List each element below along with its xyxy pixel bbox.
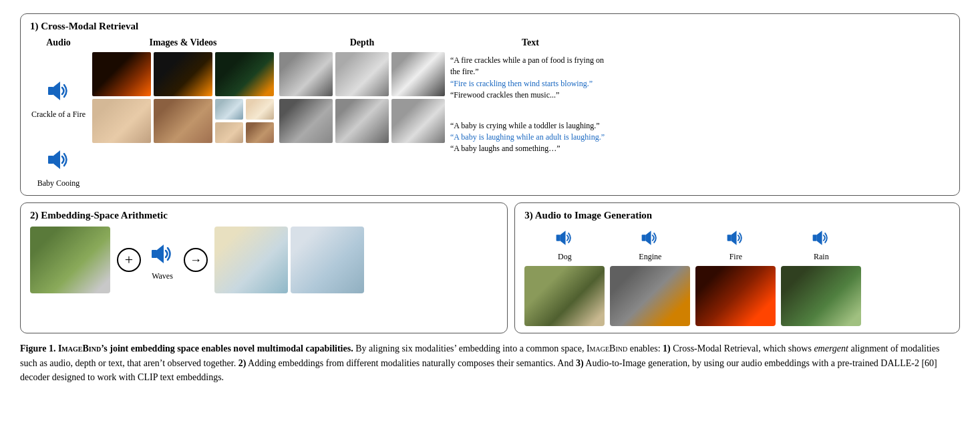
fire-image-3 xyxy=(215,52,274,96)
arrow-symbol: → xyxy=(184,248,208,272)
caption-item3-bold: 3) xyxy=(576,358,584,368)
plus-symbol: + xyxy=(117,248,141,272)
baby-image-1 xyxy=(92,99,151,143)
panel3-title: 3) Audio to Image Generation xyxy=(524,210,950,221)
baby-image-5 xyxy=(215,122,243,143)
depth-baby-2 xyxy=(335,99,389,143)
svg-marker-9 xyxy=(646,231,651,245)
caption-emergent: emergent xyxy=(814,343,848,353)
panel-audio-gen: 3) Audio to Image Generation Dog xyxy=(514,202,960,333)
gen-item-dog: Dog xyxy=(524,227,605,326)
depth-grid xyxy=(279,52,445,143)
svg-rect-4 xyxy=(152,250,157,258)
audio-label-fire: Crackle of a Fire xyxy=(31,110,86,120)
gen-image-engine xyxy=(610,266,690,326)
gen-image-rain xyxy=(781,266,861,326)
panel1-inner: Audio Crackle of a Fire xyxy=(30,37,950,188)
svg-rect-12 xyxy=(813,235,817,241)
gen-item-engine: Engine xyxy=(610,227,690,326)
speaker-icon-engine xyxy=(639,227,661,249)
svg-marker-13 xyxy=(817,231,822,245)
result-image-2 xyxy=(291,227,364,293)
svg-rect-10 xyxy=(727,235,731,241)
imagebind-smallcaps-2: ImageBind xyxy=(587,343,627,353)
baby-image-4 xyxy=(246,99,274,120)
fire-image-2 xyxy=(154,52,212,96)
gen-image-fire xyxy=(695,266,776,326)
gen-image-dog xyxy=(524,266,605,326)
main-container: 1) Cross-Modal Retrieval Audio xyxy=(20,13,960,385)
text-fire-2-blue: “Fire is crackling then wind starts blow… xyxy=(450,79,593,88)
svg-marker-3 xyxy=(53,150,60,169)
text-fire-3: “Firewood crackles then music...” xyxy=(450,90,559,100)
text-column: Text “A fire crackles while a pan of foo… xyxy=(450,37,611,155)
depth-fire-3 xyxy=(391,52,445,96)
svg-marker-5 xyxy=(157,245,164,263)
bottom-section: 2) Embedding-Space Arithmetic + Waves xyxy=(20,202,960,333)
baby-image-6 xyxy=(246,122,274,143)
text-header: Text xyxy=(450,37,611,48)
waves-label: Waves xyxy=(152,271,173,281)
baby-images-row xyxy=(92,99,274,143)
baby-small-row2 xyxy=(215,122,274,143)
svg-rect-0 xyxy=(48,87,53,95)
audio-items: Crackle of a Fire Baby Cooing xyxy=(31,57,86,188)
baby-depth-row xyxy=(279,99,445,143)
gen-label-dog: Dog xyxy=(558,252,572,262)
audio-item-fire: Crackle of a Fire xyxy=(31,76,86,120)
speaker-icon-baby xyxy=(44,145,73,174)
text-baby-3: “A baby laughs and something…” xyxy=(450,144,560,153)
gen-label-fire: Fire xyxy=(729,252,742,262)
depth-baby-1 xyxy=(279,99,333,143)
fire-depth-row xyxy=(279,52,445,96)
svg-rect-2 xyxy=(48,156,53,164)
panel-cross-modal: 1) Cross-Modal Retrieval Audio xyxy=(20,13,960,196)
text-baby-1: “A baby is crying while a toddler is lau… xyxy=(450,121,600,130)
depth-column: Depth xyxy=(279,37,445,143)
gen-item-rain: Rain xyxy=(781,227,861,326)
baby-image-3 xyxy=(215,99,243,120)
fire-images-row xyxy=(92,52,274,96)
result-images xyxy=(214,227,440,293)
caption-item1-bold: 1) xyxy=(663,343,671,353)
speaker-icon-waves xyxy=(148,239,177,269)
audio-item-baby: Baby Cooing xyxy=(31,145,86,188)
imagebind-smallcaps: ImageBind xyxy=(58,343,101,353)
panel2-title: 2) Embedding-Space Arithmetic xyxy=(30,210,498,221)
depth-header: Depth xyxy=(279,37,445,48)
speaker-icon-fire xyxy=(724,227,747,249)
text-baby-2-blue: “A baby is laughing while an adult is la… xyxy=(450,132,605,142)
result-image-1 xyxy=(214,227,288,293)
depth-baby-3 xyxy=(391,99,445,143)
text-fire-1: “A fire crackles while a pan of food is … xyxy=(450,55,604,76)
waves-audio: Waves xyxy=(148,239,177,281)
baby-small-group xyxy=(215,99,274,143)
svg-marker-7 xyxy=(560,231,566,245)
audio-column: Audio Crackle of a Fire xyxy=(30,37,87,188)
audio-header: Audio xyxy=(46,37,71,48)
gen-label-engine: Engine xyxy=(639,252,661,262)
svg-rect-8 xyxy=(642,235,646,241)
caption-item2-bold: 2) xyxy=(238,358,247,368)
top-section: 1) Cross-Modal Retrieval Audio xyxy=(20,13,960,196)
audio-label-baby: Baby Cooing xyxy=(37,178,80,188)
speaker-icon-fire xyxy=(44,76,73,106)
images-column: Images & Videos xyxy=(92,37,274,143)
gen-label-rain: Rain xyxy=(814,252,829,262)
panel1-title: 1) Cross-Modal Retrieval xyxy=(30,21,950,32)
panel3-inner: Dog Engine xyxy=(524,227,950,326)
fire-image-1 xyxy=(92,52,151,96)
svg-rect-6 xyxy=(556,235,560,241)
images-header: Images & Videos xyxy=(92,37,274,48)
speaker-icon-dog xyxy=(553,227,576,249)
text-block-baby: “A baby is crying while a toddler is lau… xyxy=(450,120,611,155)
panel2-inner: + Waves → xyxy=(30,227,498,293)
speaker-icon-rain xyxy=(810,227,832,249)
baby-small-row1 xyxy=(215,99,274,120)
svg-marker-11 xyxy=(731,231,737,245)
panel-embedding: 2) Embedding-Space Arithmetic + Waves xyxy=(20,202,508,333)
heron-image xyxy=(30,227,110,293)
svg-marker-1 xyxy=(53,82,60,100)
depth-fire-1 xyxy=(279,52,333,96)
figure-caption: Figure 1. ImageBind’s joint embedding sp… xyxy=(20,341,955,385)
